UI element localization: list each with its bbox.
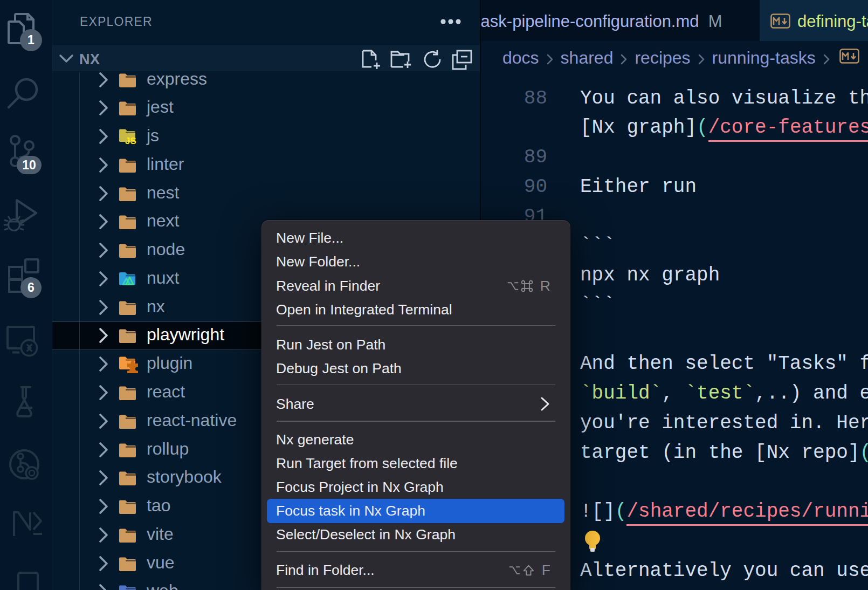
svg-text:JS: JS — [125, 136, 136, 146]
